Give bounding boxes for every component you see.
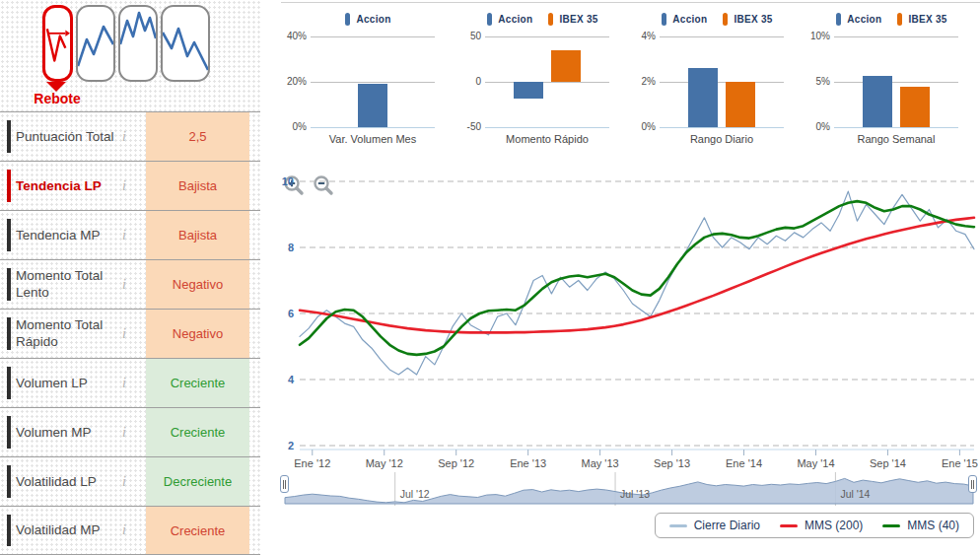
info-icon[interactable]: i xyxy=(122,277,126,293)
y-axis-tick: 10% xyxy=(805,31,830,41)
legend-label: MMS (40) xyxy=(907,519,959,532)
pattern-box-2[interactable] xyxy=(76,5,115,82)
indicator-label: Volumen MP xyxy=(16,424,116,442)
bar-ibex-35[interactable] xyxy=(900,87,930,127)
info-icon[interactable]: i xyxy=(122,129,126,145)
chart-pattern-icon xyxy=(78,7,113,80)
navigator-right-handle[interactable] xyxy=(968,475,977,493)
svg-text:Ene '15: Ene '15 xyxy=(942,457,978,469)
legend-label: Accion xyxy=(356,14,390,25)
legend-label: Accion xyxy=(498,14,532,25)
legend-item[interactable]: Accion xyxy=(662,10,707,28)
legend-item[interactable]: Accion xyxy=(487,10,532,28)
y-axis-tick: 2% xyxy=(630,76,656,87)
indicator-label: Momento Total Rápido xyxy=(16,316,116,351)
bar-ibex-35[interactable] xyxy=(726,82,755,127)
main-price-chart[interactable]: 108642Ene '12May '12Sep '12Ene '13May '1… xyxy=(276,166,980,473)
legend-label: Accion xyxy=(847,14,881,25)
series-mms200[interactable] xyxy=(300,218,974,333)
row-accent-bar xyxy=(7,367,11,399)
main-chart-legend: Cierre DiarioMMS (200)MMS (40) xyxy=(655,513,974,538)
y-axis-tick: 4% xyxy=(630,31,656,41)
y-axis-tick: 0% xyxy=(805,121,830,132)
svg-text:10: 10 xyxy=(282,175,294,187)
navigator-left-handle[interactable] xyxy=(280,475,289,493)
info-icon[interactable]: i xyxy=(122,425,126,441)
indicator-label: Momento Total Lento xyxy=(16,267,116,302)
svg-text:Jul '12: Jul '12 xyxy=(400,488,430,500)
row-accent-bar xyxy=(7,219,11,251)
mini-chart-title: Rango Semanal xyxy=(834,133,958,145)
legend-item[interactable]: IBEX 35 xyxy=(548,10,597,28)
info-icon[interactable]: i xyxy=(122,326,126,342)
y-axis-tick: 0% xyxy=(281,121,307,132)
gridline xyxy=(660,127,784,128)
mini-chart-legend: AccionIBEX 35 xyxy=(630,10,805,28)
mini-chart-title: Rango Diario xyxy=(660,133,784,145)
legend-label: MMS (200) xyxy=(805,519,863,532)
pattern-box-4[interactable] xyxy=(161,5,210,82)
y-axis-tick: 5% xyxy=(805,76,830,87)
legend-item[interactable]: IBEX 35 xyxy=(723,10,772,28)
legend-item-mms200[interactable]: MMS (200) xyxy=(780,519,863,532)
svg-text:Jul '13: Jul '13 xyxy=(620,488,650,500)
row-accent-bar xyxy=(7,515,11,546)
svg-text:Jul '14: Jul '14 xyxy=(840,488,870,500)
svg-text:May '12: May '12 xyxy=(366,457,403,469)
mini-chart-var-volumen-mes: Accion40%20%0%Var. Volumen Mes xyxy=(281,10,455,145)
mini-chart-plot: 40%20%0% xyxy=(311,36,435,127)
row-accent-bar xyxy=(7,465,11,498)
svg-text:Sep '12: Sep '12 xyxy=(438,457,474,469)
charts-panel: Accion40%20%0%Var. Volumen MesAccionIBEX… xyxy=(260,0,980,555)
info-icon[interactable]: i xyxy=(122,522,126,538)
pattern-strip: Rebote xyxy=(0,0,260,111)
legend-item[interactable]: Accion xyxy=(345,10,390,28)
chart-pattern-icon xyxy=(120,7,156,80)
indicator-label: Volatilidad LP xyxy=(16,473,116,491)
legend-item[interactable]: Accion xyxy=(836,10,881,28)
bar-accion[interactable] xyxy=(514,82,543,99)
legend-item-mms40[interactable]: MMS (40) xyxy=(882,519,959,532)
svg-text:2: 2 xyxy=(288,440,294,451)
legend-marker xyxy=(487,13,492,26)
range-navigator[interactable]: Jul '12Jul '13Jul '14 xyxy=(281,472,977,506)
bar-accion[interactable] xyxy=(358,84,387,127)
mini-chart-plot: 500-50 xyxy=(485,36,609,127)
gridline xyxy=(311,36,435,37)
svg-text:May '13: May '13 xyxy=(582,457,619,469)
mini-chart-plot: 10%5%0% xyxy=(834,36,958,127)
indicator-value: Negativo xyxy=(146,260,249,309)
mini-chart-legend: Accion xyxy=(281,10,455,28)
legend-marker xyxy=(897,13,902,26)
mini-chart-momento-rapido: AccionIBEX 35500-50Momento Rápido xyxy=(455,10,630,145)
legend-swatch xyxy=(780,524,798,527)
indicator-row: Volumen LPiCreciente xyxy=(0,358,260,407)
pattern-box-3[interactable] xyxy=(118,5,158,82)
legend-label: Cierre Diario xyxy=(694,519,760,532)
bar-accion[interactable] xyxy=(688,68,718,127)
indicator-row: Volatilidad MPiCreciente xyxy=(0,506,260,555)
gridline xyxy=(660,36,784,37)
legend-item[interactable]: IBEX 35 xyxy=(897,10,946,28)
indicator-label: Tendencia LP xyxy=(16,177,116,195)
legend-swatch xyxy=(882,524,900,527)
series-cierrediario[interactable] xyxy=(300,191,974,375)
bar-accion[interactable] xyxy=(863,76,892,127)
info-icon[interactable]: i xyxy=(122,228,126,243)
y-axis-tick: -50 xyxy=(455,121,481,132)
row-accent-bar xyxy=(7,317,11,350)
y-axis-tick: 40% xyxy=(281,31,307,41)
svg-text:Sep '13: Sep '13 xyxy=(654,457,690,469)
mini-chart-rango-diario: AccionIBEX 354%2%0%Rango Diario xyxy=(630,10,805,145)
bar-ibex-35[interactable] xyxy=(551,50,581,82)
info-icon[interactable]: i xyxy=(122,474,126,490)
svg-text:May '14: May '14 xyxy=(797,457,834,469)
legend-marker xyxy=(548,13,553,26)
y-axis-tick: 50 xyxy=(455,31,481,41)
legend-item-cierrediario[interactable]: Cierre Diario xyxy=(669,519,760,532)
info-icon[interactable]: i xyxy=(122,178,126,194)
indicator-row: Puntuación Totali2,5 xyxy=(0,111,260,161)
series-mms40[interactable] xyxy=(300,201,974,355)
pattern-box-rebote[interactable] xyxy=(42,5,73,82)
info-icon[interactable]: i xyxy=(122,376,126,391)
